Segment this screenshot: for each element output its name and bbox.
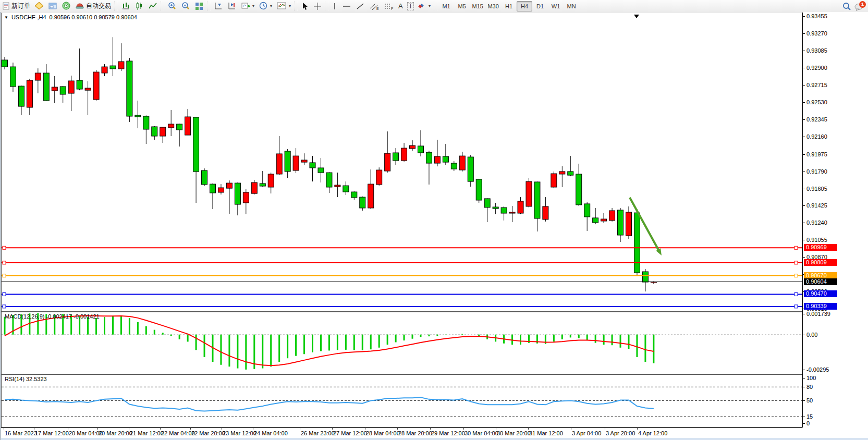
- tf-d1-button[interactable]: D1: [532, 1, 548, 11]
- text-label-tool-button[interactable]: T: [405, 1, 416, 11]
- hline-price-tag: 0.90339: [804, 303, 837, 310]
- window-bottom-edge: [1, 438, 868, 440]
- tile-windows-icon: [194, 2, 204, 10]
- line-chart-button[interactable]: [146, 1, 160, 11]
- main-toolbar: 新订单 自动交易: [0, 0, 868, 13]
- axis-tick-mark: [802, 189, 805, 189]
- axis-tick-mark: [802, 137, 805, 137]
- tf-m15-button[interactable]: M15: [470, 1, 485, 11]
- price-axis[interactable]: 0.934550.932700.930850.929000.927150.925…: [802, 12, 868, 440]
- axis-tick-mark: [802, 68, 805, 68]
- time-tick-mark: [34, 428, 34, 430]
- axis-tick-mark: [802, 257, 805, 258]
- time-tick-label: 28 Mar 04:00: [366, 430, 400, 436]
- market-watch-button[interactable]: [32, 1, 46, 11]
- trendline-tool-button[interactable]: [353, 1, 367, 11]
- text-tool-button[interactable]: A: [396, 1, 405, 11]
- axis-tick-mark: [802, 223, 805, 223]
- horizontal-line-tool-button[interactable]: [340, 1, 353, 11]
- axis-tick-mark: [802, 370, 805, 370]
- arrows-tool-button[interactable]: ▾: [416, 1, 433, 11]
- time-tick-mark: [397, 428, 398, 430]
- zoom-out-button[interactable]: [179, 1, 192, 11]
- crosshair-icon: [313, 2, 322, 10]
- cursor-tool-button[interactable]: [299, 1, 311, 11]
- tf-h1-button[interactable]: H1: [501, 1, 517, 11]
- axis-tick-mark: [802, 16, 805, 17]
- crosshair-tool-button[interactable]: [311, 1, 324, 11]
- navigator-button[interactable]: [46, 1, 59, 11]
- price-tick-label: 0.92530: [806, 99, 827, 105]
- terminal-button[interactable]: [59, 1, 73, 11]
- axis-tick-mark: [802, 417, 805, 417]
- arrange-horizontal-icon: [227, 2, 237, 10]
- chart-title: ▼ USDCHF-,H4 0.90596 0.90610 0.90579 0.9…: [4, 14, 137, 20]
- price-tick-label: 0.93085: [806, 47, 827, 54]
- axis-tick-mark: [802, 423, 805, 424]
- price-tick-label: 0.93455: [806, 13, 827, 19]
- new-order-button[interactable]: 新订单: [0, 1, 32, 11]
- axis-tick-mark: [802, 51, 805, 51]
- price-axis-border: [802, 13, 803, 427]
- time-tick-label: 29 Mar 12:00: [431, 430, 465, 436]
- template-button[interactable]: ▾: [274, 1, 293, 11]
- zoom-out-icon: [181, 2, 190, 10]
- axis-tick-mark: [802, 102, 805, 103]
- arrange-cascade-button[interactable]: [225, 1, 239, 11]
- tf-h4-button[interactable]: H4: [517, 1, 532, 11]
- hline-price-tag: 0.90969: [804, 244, 837, 251]
- axis-tick-mark: [802, 240, 805, 240]
- macd-indicator-canvas[interactable]: [1, 312, 803, 374]
- tf-w1-button[interactable]: W1: [548, 1, 564, 11]
- search-icon[interactable]: [842, 2, 851, 11]
- vertical-line-tool-button[interactable]: [329, 1, 340, 11]
- time-tick-label: 30 Mar 20:00: [497, 430, 531, 436]
- time-tick-mark: [97, 428, 98, 430]
- tf-m1-button[interactable]: M1: [438, 1, 454, 11]
- text-tool-icon: A: [398, 2, 403, 10]
- time-tick-mark: [300, 428, 300, 430]
- rsi-tick-label: 0: [806, 420, 810, 426]
- rsi-tick-label: 100: [806, 375, 816, 381]
- bar-chart-button[interactable]: [119, 1, 132, 11]
- period-button[interactable]: ▾: [256, 1, 274, 11]
- time-tick-mark: [496, 428, 496, 430]
- current-price-tag: 0.90604: [804, 278, 837, 285]
- price-tick-label: 0.91975: [806, 151, 827, 157]
- time-tick-label: 20 Mar 20:00: [99, 430, 132, 436]
- fibonacci-tool-button[interactable]: F: [382, 1, 396, 11]
- time-tick-mark: [68, 428, 68, 430]
- tile-windows-button[interactable]: [192, 1, 206, 11]
- time-tick-label: 31 Mar 12:00: [529, 430, 563, 436]
- tf-m5-button[interactable]: M5: [454, 1, 470, 11]
- time-tick-label: 22 Mar 20:00: [191, 430, 225, 436]
- time-tick-label: 17 Mar 12:00: [35, 430, 69, 436]
- zoom-in-button[interactable]: [165, 1, 179, 11]
- new-chart-button[interactable]: ▾: [239, 1, 256, 11]
- new-chart-caret: ▾: [252, 4, 254, 8]
- zoom-in-icon: [167, 2, 177, 10]
- collapse-icon[interactable]: ▼: [4, 15, 8, 20]
- candlestick-chart-button[interactable]: [132, 1, 146, 11]
- toolbar-separator: [207, 2, 211, 10]
- axis-tick-mark: [802, 335, 805, 335]
- arrange-windows-button[interactable]: [212, 1, 225, 11]
- bar-chart-icon: [121, 2, 130, 10]
- tf-m30-button[interactable]: M30: [485, 1, 501, 11]
- notifications-button[interactable]: 1: [854, 1, 866, 11]
- hline-price-tag: 0.90809: [804, 259, 837, 266]
- horizontal-line-icon: [342, 2, 351, 10]
- macd-tick-label: 0.001739: [806, 311, 830, 317]
- price-tick-label: 0.92160: [806, 133, 827, 140]
- main-chart-canvas[interactable]: [1, 13, 803, 312]
- channel-tool-button[interactable]: E: [367, 1, 382, 11]
- price-tick-label: 0.92345: [806, 116, 827, 123]
- tf-mn-button[interactable]: MN: [564, 1, 579, 11]
- auto-trading-label: 自动交易: [86, 2, 111, 10]
- time-tick-label: 3 Apr 04:00: [572, 430, 601, 436]
- clock-icon: [259, 2, 268, 10]
- hline-price-tag: 0.90470: [804, 290, 837, 297]
- rsi-indicator-canvas[interactable]: [1, 374, 803, 427]
- price-tick-label: 0.92715: [806, 82, 827, 88]
- auto-trading-button[interactable]: 自动交易: [73, 1, 113, 11]
